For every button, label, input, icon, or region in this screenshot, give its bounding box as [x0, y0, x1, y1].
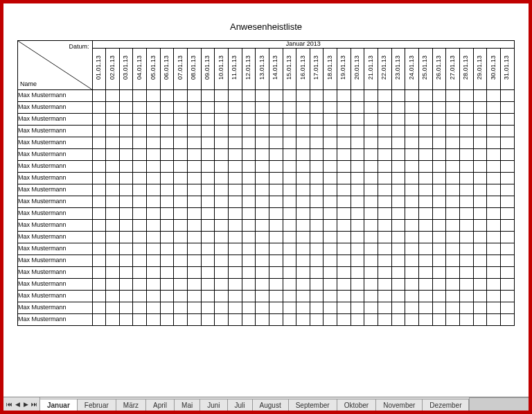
day-cell[interactable]: [337, 313, 351, 325]
day-cell[interactable]: [228, 172, 242, 184]
day-cell[interactable]: [256, 125, 269, 137]
day-cell[interactable]: [92, 231, 106, 243]
day-cell[interactable]: [418, 125, 432, 137]
day-cell[interactable]: [323, 207, 337, 219]
day-cell[interactable]: [378, 231, 392, 243]
day-cell[interactable]: [215, 219, 229, 231]
day-cell[interactable]: [446, 313, 460, 325]
day-cell[interactable]: [351, 172, 364, 184]
day-cell[interactable]: [323, 196, 337, 207]
day-cell[interactable]: [269, 137, 283, 148]
day-cell[interactable]: [188, 101, 202, 113]
day-cell[interactable]: [160, 101, 174, 113]
day-cell[interactable]: [405, 184, 419, 196]
day-cell[interactable]: [405, 278, 419, 290]
day-cell[interactable]: [256, 101, 269, 113]
day-cell[interactable]: [119, 172, 133, 184]
day-cell[interactable]: [174, 219, 188, 231]
sheet-tab[interactable]: Juni: [200, 399, 227, 411]
sheet-tab[interactable]: Oktober: [337, 399, 377, 411]
day-cell[interactable]: [323, 184, 337, 196]
day-cell[interactable]: [296, 219, 310, 231]
day-cell[interactable]: [269, 148, 283, 160]
day-cell[interactable]: [242, 125, 256, 137]
day-cell[interactable]: [323, 243, 337, 255]
day-cell[interactable]: [228, 148, 242, 160]
day-cell[interactable]: [147, 113, 161, 125]
day-cell[interactable]: [256, 148, 269, 160]
day-cell[interactable]: [188, 113, 202, 125]
day-cell[interactable]: [188, 137, 202, 148]
day-cell[interactable]: [174, 137, 188, 148]
day-cell[interactable]: [500, 266, 514, 278]
day-cell[interactable]: [133, 160, 147, 172]
day-cell[interactable]: [283, 172, 296, 184]
day-cell[interactable]: [174, 231, 188, 243]
day-cell[interactable]: [119, 207, 133, 219]
day-cell[interactable]: [215, 101, 229, 113]
day-cell[interactable]: [160, 219, 174, 231]
day-cell[interactable]: [269, 207, 283, 219]
day-cell[interactable]: [228, 89, 242, 101]
day-cell[interactable]: [364, 207, 378, 219]
day-cell[interactable]: [133, 219, 147, 231]
day-cell[interactable]: [269, 172, 283, 184]
day-cell[interactable]: [323, 231, 337, 243]
day-cell[interactable]: [364, 243, 378, 255]
day-cell[interactable]: [391, 290, 405, 302]
day-cell[interactable]: [351, 160, 364, 172]
day-cell[interactable]: [405, 231, 419, 243]
day-cell[interactable]: [418, 243, 432, 255]
day-cell[interactable]: [147, 160, 161, 172]
sheet-tab[interactable]: Mai: [175, 399, 200, 411]
day-cell[interactable]: [215, 172, 229, 184]
day-cell[interactable]: [242, 196, 256, 207]
day-cell[interactable]: [473, 101, 487, 113]
day-cell[interactable]: [133, 184, 147, 196]
day-cell[interactable]: [391, 243, 405, 255]
day-cell[interactable]: [119, 302, 133, 313]
day-cell[interactable]: [446, 231, 460, 243]
day-cell[interactable]: [296, 266, 310, 278]
day-cell[interactable]: [174, 196, 188, 207]
day-cell[interactable]: [160, 243, 174, 255]
day-cell[interactable]: [337, 125, 351, 137]
day-cell[interactable]: [418, 207, 432, 219]
day-cell[interactable]: [269, 278, 283, 290]
day-cell[interactable]: [269, 313, 283, 325]
day-cell[interactable]: [215, 148, 229, 160]
day-cell[interactable]: [188, 148, 202, 160]
day-cell[interactable]: [242, 255, 256, 266]
day-cell[interactable]: [364, 160, 378, 172]
day-cell[interactable]: [269, 266, 283, 278]
day-cell[interactable]: [310, 290, 323, 302]
day-cell[interactable]: [215, 243, 229, 255]
day-cell[interactable]: [215, 113, 229, 125]
day-cell[interactable]: [188, 278, 202, 290]
day-cell[interactable]: [269, 125, 283, 137]
day-cell[interactable]: [500, 125, 514, 137]
day-cell[interactable]: [459, 89, 473, 101]
day-cell[interactable]: [459, 113, 473, 125]
day-cell[interactable]: [432, 302, 446, 313]
day-cell[interactable]: [269, 113, 283, 125]
day-cell[interactable]: [323, 113, 337, 125]
day-cell[interactable]: [323, 125, 337, 137]
day-cell[interactable]: [283, 266, 296, 278]
day-cell[interactable]: [106, 231, 120, 243]
day-cell[interactable]: [283, 196, 296, 207]
day-cell[interactable]: [147, 278, 161, 290]
day-cell[interactable]: [147, 196, 161, 207]
day-cell[interactable]: [432, 172, 446, 184]
day-cell[interactable]: [269, 219, 283, 231]
day-cell[interactable]: [106, 266, 120, 278]
day-cell[interactable]: [133, 207, 147, 219]
day-cell[interactable]: [337, 101, 351, 113]
day-cell[interactable]: [256, 243, 269, 255]
day-cell[interactable]: [147, 243, 161, 255]
day-cell[interactable]: [418, 113, 432, 125]
day-cell[interactable]: [487, 266, 501, 278]
day-cell[interactable]: [310, 219, 323, 231]
day-cell[interactable]: [418, 137, 432, 148]
day-cell[interactable]: [378, 302, 392, 313]
